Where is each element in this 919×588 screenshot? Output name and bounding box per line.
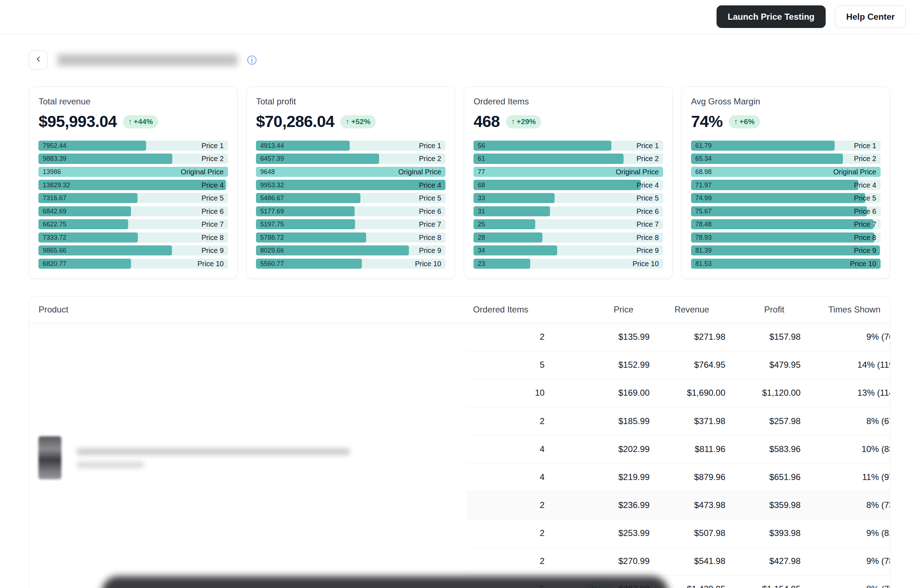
bar-row: 7316.67 Price 5 [39,193,228,203]
now-badge: Now [585,583,613,588]
cell-price: Now $219.99 [545,472,650,482]
pricing-table-card: Product Ordered Items Price Revenue Prof… [29,296,890,588]
bar-row: 9865.66 Price 9 [39,246,228,255]
bar-price-label: Price 6 [419,207,441,215]
bar-value: 28 [478,234,485,241]
bar-value: 6820.77 [43,260,66,268]
cell-price: Now $236.99 [545,500,650,510]
cell-revenue: $473.98 [650,500,725,510]
topbar: Launch Price Testing Help Center [0,0,919,34]
bar-fill [474,141,611,151]
bar-price-label: Price 7 [419,220,441,229]
bar-row: 28 Price 8 [474,233,663,242]
stat-value: 74% [691,112,723,131]
info-icon[interactable]: ⓘ [247,56,257,65]
table-row[interactable]: 2 Now $236.99 $473.98 $359.98 8% (73) [467,491,890,519]
cell-times-shown: 8% (73) [801,584,890,588]
bar-row: 81.53 Price 10 [691,258,880,269]
cell-profit: $257.98 [725,416,801,426]
bar-row: 9953.32 Price 4 [256,180,445,190]
bar-row: 68.98 Original Price [691,167,880,177]
bar-fill [691,141,835,151]
cell-price: Now $253.99 [545,528,650,538]
column-header-times-shown: Times Shown [785,305,880,315]
page-title-redacted [57,54,238,66]
bar-price-label: Price 1 [419,141,441,150]
bar-value: 9883.39 [43,155,66,163]
product-text-redacted [77,448,350,468]
bar-row: 13986 Original Price [39,167,228,177]
bar-value: 5197.75 [260,220,284,228]
cell-profit: $359.98 [725,500,801,510]
stat-card: Ordered Items 468 ↑ +29% 56 Price 1 61 P… [464,86,673,279]
cell-ordered-items: 10 [467,388,545,398]
table-row[interactable]: 2 Now $135.99 $271.98 $157.98 9% (76) [467,323,890,351]
bar-price-label: Price 10 [415,259,441,268]
bars: 61.79 Price 1 65.34 Price 2 68.98 Origin… [691,141,880,269]
bar-fill [691,193,865,203]
bar-value: 7316.67 [43,194,66,202]
bar-value: 31 [478,207,485,215]
up-arrow-icon: ↑ [128,117,132,126]
cell-times-shown: 10% (83) [801,444,890,454]
bar-price-label: Price 7 [854,220,876,229]
stat-title: Avg Gross Margin [691,97,880,107]
bar-value: 34 [478,247,485,254]
product-subtitle-redacted [77,462,144,468]
bar-price-label: Price 8 [854,233,876,241]
cell-price: Now $202.99 [545,444,650,454]
table-header-row: Product Ordered Items Price Revenue Prof… [29,297,890,323]
cell-profit: $427.98 [725,556,801,566]
cell-ordered-items: 4 [467,472,545,482]
cell-revenue: $879.96 [650,472,725,482]
bar-row: 6820.77 Price 10 [39,258,228,269]
table-row[interactable]: 2 Now $253.99 $507.98 $393.98 9% (81) [467,519,890,547]
bar-row: 65.34 Price 2 [691,153,880,163]
bar-row: 61 Price 2 [474,153,663,163]
table-row[interactable]: 2 Now $270.99 $541.98 $427.98 9% (78) [467,548,890,575]
change-value: +6% [739,117,755,126]
stat-value: $95,993.04 [39,112,116,131]
cell-revenue: $541.98 [650,556,725,566]
bar-row: 75.67 Price 6 [691,206,880,216]
cell-price: Now $152.99 [545,360,650,370]
table-row[interactable]: 10 Now $169.00 $1,690.00 $1,120.00 13% (… [467,379,890,407]
bar-row: 61.79 Price 1 [691,141,880,151]
bar-value: 61 [478,155,485,163]
cell-times-shown: 8% (67) [801,416,890,426]
bar-price-label: Price 9 [636,247,659,255]
change-badge: ↑ +29% [506,115,541,128]
cell-revenue: $507.98 [650,528,725,538]
bar-row: 5197.75 Price 7 [256,219,445,229]
table-row[interactable]: 5 Now $152.99 $764.95 $479.95 14% (119) [467,351,890,379]
bar-row: 23 Price 10 [474,258,663,269]
bar-row: 68 Price 4 [474,180,663,190]
back-button[interactable] [29,50,48,69]
table-row[interactable]: 4 Now $202.99 $811.96 $583.96 10% (83) [467,435,890,463]
bar-row: 56 Price 1 [474,141,663,151]
bar-price-label: Original Price [398,168,441,176]
bar-price-label: Price 4 [201,181,224,189]
bar-value: 78.93 [695,234,712,241]
launch-price-testing-button[interactable]: Launch Price Testing [717,5,826,28]
bar-row: 71.97 Price 4 [691,180,880,190]
table-row[interactable]: 2 Now $185.99 $371.98 $257.98 8% (67) [467,407,890,435]
help-center-button[interactable]: Help Center [835,5,906,28]
bar-price-label: Price 5 [636,194,659,202]
bar-value: 6622.75 [43,220,66,228]
bar-value: 6842.69 [43,207,66,215]
bar-value: 68.98 [695,168,712,176]
bar-row: 5560.77 Price 10 [256,258,445,269]
bar-price-label: Price 9 [419,247,441,255]
bar-fill [691,180,858,190]
column-header-profit: Profit [709,305,785,315]
bar-price-label: Price 7 [201,220,224,229]
table-row[interactable]: 5 Now $287.99 $1,439.95 $1,154.95 8% (73… [467,575,890,588]
bar-price-label: Price 8 [636,233,659,241]
bar-row: 6457.39 Price 2 [256,153,445,163]
row-price: $236.99 [618,500,649,510]
column-header-product: Product [39,305,451,315]
bar-row: 13829.32 Price 4 [39,180,228,190]
table-row[interactable]: 4 Now $219.99 $879.96 $651.96 11% (97) [467,463,890,491]
bar-value: 65.34 [695,155,712,163]
